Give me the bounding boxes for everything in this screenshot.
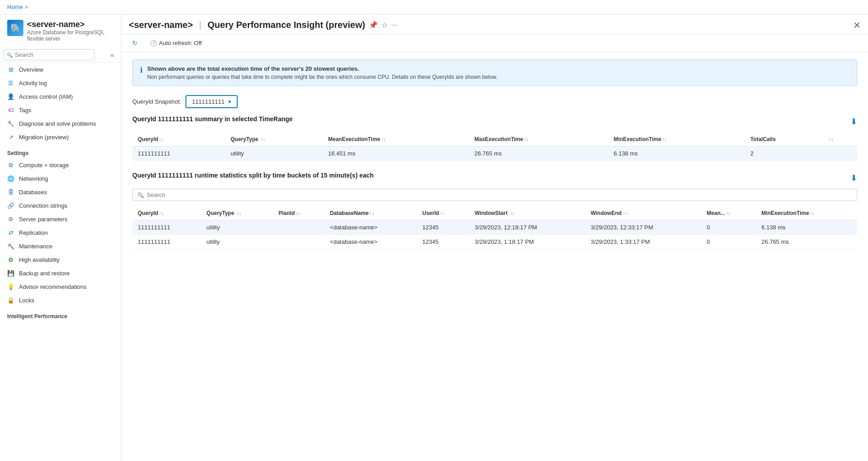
sidebar-item-databases[interactable]: 🗄 Databases (0, 185, 121, 199)
auto-refresh-button[interactable]: 🕐 Auto refresh: Off (146, 38, 205, 48)
pin-button[interactable]: 📌 (369, 21, 378, 29)
rt-sort-windowend: ↑↓ (624, 211, 628, 216)
more-button[interactable]: ··· (391, 21, 397, 29)
sidebar-item-access-control[interactable]: 👤 Access control (IAM) (0, 90, 121, 103)
sidebar-label-migration: Migration (preview) (19, 134, 69, 141)
runtime-table-header: QueryId↑↓ QueryType ↑↓ PlanId↑↓ Database… (132, 206, 857, 220)
rt-cell-dbname-2: <database-name> (325, 235, 417, 249)
sort-icon-min: ↑↓ (662, 137, 667, 142)
breadcrumb-home[interactable]: Home (7, 4, 23, 10)
rt-cell-minexec-2: 26.765 ms (756, 235, 857, 249)
sidebar-label-diagnose: Diagnose and solve problems (19, 120, 96, 127)
col-total-calls: TotalCalls (745, 132, 823, 146)
sidebar-label-databases: Databases (19, 189, 47, 196)
runtime-table-title: QueryId 1111111111 runtime statistics sp… (132, 172, 374, 179)
sidebar-label-connection-strings: Connection strings (19, 202, 68, 209)
page-title-text: Query Performance Insight (preview) (208, 20, 365, 30)
close-button[interactable]: ✕ (853, 20, 861, 31)
rt-sort-queryid: ↑↓ (159, 211, 163, 216)
sidebar-item-high-availability[interactable]: ♻ High availability (0, 253, 121, 266)
snapshot-dropdown[interactable]: 1111111111 ▾ (185, 95, 237, 108)
rt-cell-mean-1: 0 (701, 220, 756, 235)
sidebar-item-diagnose[interactable]: 🔧 Diagnose and solve problems (0, 117, 121, 130)
gear-icon: ⚙ (7, 215, 14, 223)
sort-icon-querytype: ↑↓ (261, 137, 265, 142)
sort-icon-max: ↑↓ (524, 137, 529, 142)
rt-sort-windowstart: ↑↓ (510, 211, 515, 216)
content-area: ℹ Shown above are the total execution ti… (122, 52, 868, 461)
snapshot-label: QueryId Snapshot: (132, 98, 181, 105)
sidebar-label-advisor: Advisor recommendations (19, 283, 86, 290)
rt-cell-winstart-1: 3/29/2023, 12:18:17 PM (469, 220, 585, 235)
summary-table: QueryId↑↓ QueryType ↑↓ MeanExecutionTime… (132, 132, 857, 161)
favorite-button[interactable]: ☆ (381, 21, 388, 29)
clock-icon: 🕐 (150, 40, 157, 46)
compute-icon: ⚙ (7, 161, 14, 169)
replication-icon: ⇄ (7, 229, 14, 236)
sort-icon-extra: ↑↓ (829, 137, 833, 142)
sidebar-item-migration[interactable]: ↗ Migration (preview) (0, 130, 121, 144)
list-icon: ☰ (7, 79, 14, 87)
runtime-search-input[interactable] (147, 192, 852, 198)
page-header: <server-name> | Query Performance Insigh… (122, 14, 868, 34)
sidebar-item-advisor[interactable]: 💡 Advisor recommendations (0, 280, 121, 293)
sidebar-label-overview: Overview (19, 66, 43, 73)
header-icons: 📌 ☆ ··· (369, 21, 397, 29)
rt-cell-winstart-2: 3/29/2023, 1:18:17 PM (469, 235, 585, 249)
rt-col-queryid: QueryId↑↓ (132, 206, 201, 220)
search-icon: 🔍 (7, 52, 13, 58)
rt-cell-queryid-2: 1111111111 (132, 235, 201, 249)
search-input[interactable] (4, 49, 95, 60)
settings-section-label: Settings (0, 144, 121, 158)
sidebar-item-locks[interactable]: 🔒 Locks (0, 293, 121, 307)
sidebar-nav: ⊞ Overview ☰ Activity log 👤 Access contr… (0, 63, 121, 461)
refresh-button[interactable]: ↻ (129, 38, 141, 48)
summary-table-header: QueryId↑↓ QueryType ↑↓ MeanExecutionTime… (132, 132, 857, 146)
rt-sort-mean: ↑↓ (726, 211, 731, 216)
snapshot-value: 1111111111 (192, 98, 224, 105)
runtime-section: QueryId 1111111111 runtime statistics sp… (132, 172, 857, 249)
sidebar-item-tags[interactable]: 🏷 Tags (0, 103, 121, 117)
collapse-button[interactable]: « (107, 50, 118, 60)
backup-icon: 💾 (7, 269, 14, 277)
refresh-icon: ↻ (132, 40, 137, 46)
cell-extra (823, 146, 857, 161)
rt-cell-planid-2 (273, 235, 325, 249)
col-querytype: QueryType ↑↓ (225, 132, 323, 146)
sidebar-item-server-parameters[interactable]: ⚙ Server parameters (0, 212, 121, 226)
cell-querytype: utility (225, 146, 323, 161)
runtime-download-button[interactable]: ⬇ (850, 173, 857, 183)
rt-col-planid: PlanId↑↓ (273, 206, 325, 220)
sidebar-item-networking[interactable]: 🌐 Networking (0, 172, 121, 185)
rt-sort-planid: ↑↓ (296, 211, 300, 216)
advisor-icon: 💡 (7, 283, 14, 290)
snapshot-row: QueryId Snapshot: 1111111111 ▾ (132, 95, 857, 108)
page-title: <server-name> | Query Performance Insigh… (129, 20, 365, 30)
rt-col-querytype: QueryType ↑↓ (201, 206, 273, 220)
table-row: 1111111111 utility <database-name> 12345… (132, 235, 857, 249)
rt-col-userid: UserId↑↓ (417, 206, 469, 220)
col-min-exec: MinExecutionTime↑↓ (608, 132, 745, 146)
summary-section: QueryId 1111111111 summary in selected T… (132, 115, 857, 161)
server-name-title: <server-name> (129, 20, 193, 30)
col-queryid: QueryId↑↓ (132, 132, 225, 146)
sidebar-label-high-availability: High availability (19, 256, 59, 263)
sidebar-server-header: 🐘 <server-name> Azure Database for Postg… (0, 14, 121, 47)
cell-min: 6.138 ms (608, 146, 745, 161)
sidebar-item-connection-strings[interactable]: 🔗 Connection strings (0, 199, 121, 212)
summary-download-button[interactable]: ⬇ (850, 117, 857, 127)
sidebar-item-backup-restore[interactable]: 💾 Backup and restore (0, 266, 121, 280)
auto-refresh-label: Auto refresh: Off (159, 40, 202, 46)
sidebar-label-replication: Replication (19, 229, 48, 236)
sidebar-item-overview[interactable]: ⊞ Overview (0, 63, 121, 76)
chevron-down-icon: ▾ (228, 98, 231, 105)
ha-icon: ♻ (7, 256, 14, 263)
rt-sort-querytype: ↑↓ (237, 211, 241, 216)
sidebar-item-compute-storage[interactable]: ⚙ Compute + storage (0, 158, 121, 172)
runtime-table: QueryId↑↓ QueryType ↑↓ PlanId↑↓ Database… (132, 206, 857, 249)
sidebar-item-maintenance[interactable]: 🔨 Maintenance (0, 239, 121, 253)
intelligent-performance-label: Intelligent Performance (0, 307, 121, 321)
sidebar-item-replication[interactable]: ⇄ Replication (0, 226, 121, 239)
sidebar-item-activity-log[interactable]: ☰ Activity log (0, 76, 121, 90)
info-icon: ℹ (140, 66, 143, 80)
